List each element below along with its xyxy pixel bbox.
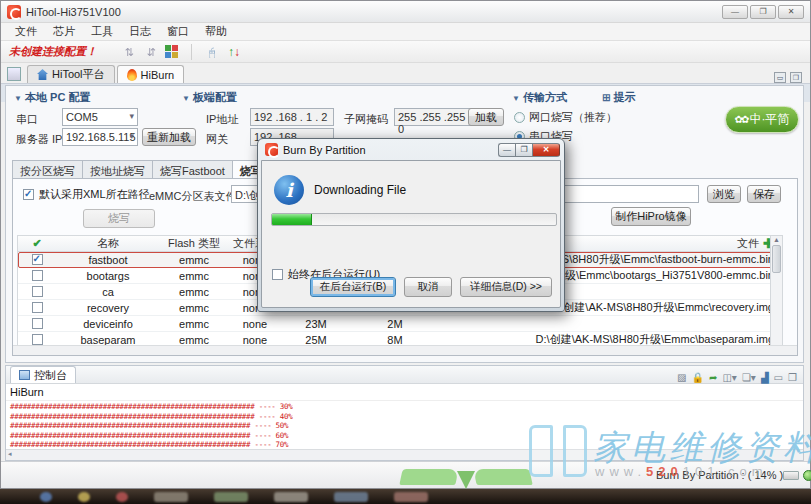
dialog-title-bar[interactable]: Burn By Partition — ❐ ✕ xyxy=(258,139,564,160)
minimize-button[interactable]: — xyxy=(722,5,748,19)
row-checkbox[interactable] xyxy=(32,302,43,313)
console-minimize-icon[interactable]: ▭ xyxy=(774,372,783,383)
row-checkbox[interactable] xyxy=(32,286,43,297)
cancel-button[interactable]: 取消 xyxy=(404,277,452,297)
server-ip-combo[interactable]: 192.168.5.115 xyxy=(62,128,138,146)
radio-icon[interactable] xyxy=(514,112,525,123)
xml-path-checkbox[interactable]: 默认采用XML所在路径 xyxy=(23,187,150,202)
menu-item[interactable]: 帮助 xyxy=(197,22,235,41)
clear-console-icon[interactable]: ▨ xyxy=(677,372,686,383)
taskbar-app-button[interactable] xyxy=(274,492,308,502)
serial-label: 串口 xyxy=(16,112,38,127)
console-icon xyxy=(19,370,30,380)
display-selected-icon[interactable]: ◫▾ xyxy=(722,372,736,383)
name-column-header[interactable]: 名称 xyxy=(56,236,160,251)
scrollbar-thumb[interactable] xyxy=(772,245,781,273)
green-watermark-badge: ✿✿ 中·平简 xyxy=(725,106,799,133)
perspective-bar: HiTool平台HiBurn ▭ ❐ xyxy=(1,63,810,83)
row-checkbox[interactable] xyxy=(32,270,43,281)
perspective-tab[interactable]: HiTool平台 xyxy=(27,65,115,83)
serial-combo[interactable]: COM5 xyxy=(62,108,138,126)
console-source: HiBurn xyxy=(6,384,803,401)
section-transfer[interactable]: ▼ 传输方式 xyxy=(512,90,567,105)
chart-icon[interactable]: ▟ xyxy=(761,372,769,383)
length: 8M xyxy=(350,334,440,346)
keyboard-icon[interactable] xyxy=(783,471,799,480)
menu-item[interactable]: 工具 xyxy=(83,22,121,41)
transfer-icon[interactable]: ↑↓ xyxy=(226,44,242,60)
app-window: HiTool-Hi3751V100 — ❐ ✕ 文件芯片工具日志窗口帮助 未创建… xyxy=(0,0,811,489)
dialog-minimize-button[interactable]: — xyxy=(498,143,515,157)
table-scrollbar[interactable]: ▲ xyxy=(770,235,783,348)
start-address: 23M xyxy=(282,318,350,330)
flash-type: emmc xyxy=(160,302,228,314)
menu-item[interactable]: 文件 xyxy=(7,22,45,41)
burn-by-partition-dialog: Burn By Partition — ❐ ✕ i Downloading Fi… xyxy=(257,138,565,312)
progress-fill xyxy=(272,214,312,225)
taskbar-app-button[interactable] xyxy=(334,492,368,502)
checkbox-icon[interactable] xyxy=(23,189,34,200)
make-hipro-button[interactable]: 制作HiPro镜像 xyxy=(611,207,691,226)
perspective-tab-label: HiTool平台 xyxy=(52,67,105,82)
dialog-close-button[interactable]: ✕ xyxy=(532,143,560,157)
menu-item[interactable]: 窗口 xyxy=(159,22,197,41)
taskbar-app-button[interactable] xyxy=(394,492,428,502)
partition-file-label: eMMC分区表文件 xyxy=(149,189,236,204)
taskbar-app-icon[interactable] xyxy=(78,492,90,502)
open-console-icon[interactable]: ❏▾ xyxy=(742,372,756,383)
flame-icon xyxy=(127,69,137,81)
tab-console[interactable]: 控制台 xyxy=(10,366,76,383)
section-board[interactable]: ▼ 板端配置 xyxy=(182,90,237,105)
disconnect-icon[interactable]: ⇵ xyxy=(143,44,159,60)
menu-item[interactable]: 日志 xyxy=(121,22,159,41)
connect-icon[interactable]: ⇅ xyxy=(121,44,137,60)
reload-button[interactable]: 重新加载 xyxy=(142,128,196,146)
save-button[interactable]: 保存 xyxy=(747,185,781,203)
console-hscrollbar[interactable]: ◂ xyxy=(6,449,803,460)
view-minimize-icon[interactable]: ▭ xyxy=(774,72,786,83)
partition-name: baseparam xyxy=(56,334,160,346)
lock-scroll-icon[interactable]: 🔒 xyxy=(692,372,704,383)
partition-grid-icon[interactable] xyxy=(165,45,179,59)
menu-item[interactable]: 芯片 xyxy=(45,22,83,41)
row-checkbox[interactable] xyxy=(32,254,43,265)
view-restore-icon[interactable]: ❐ xyxy=(790,72,802,83)
mask-label: 子网掩码 xyxy=(344,112,388,127)
pin-console-icon[interactable]: ➦ xyxy=(709,372,717,383)
desktop-taskbar[interactable] xyxy=(0,489,811,504)
taskbar-app-icon[interactable] xyxy=(40,492,52,502)
console-line: ########################################… xyxy=(10,402,799,412)
dialog-maximize-button[interactable]: ❐ xyxy=(515,143,532,157)
transfer-option-radio[interactable]: 网口烧写（推荐） xyxy=(514,110,617,125)
partition-name: fastboot xyxy=(56,254,160,266)
browse-button[interactable]: 浏览 xyxy=(707,185,741,203)
hitool-logo-icon xyxy=(7,5,21,19)
section-tips[interactable]: ⊞ 提示 xyxy=(602,90,635,105)
config-icon[interactable]: 🖰 xyxy=(204,44,220,60)
row-checkbox[interactable] xyxy=(32,334,43,345)
flash-column-header[interactable]: Flash 类型 xyxy=(160,236,228,251)
perspective-tab[interactable]: HiBurn xyxy=(117,65,185,83)
check-column-header[interactable]: ✔ xyxy=(18,237,56,250)
checkbox-icon[interactable] xyxy=(272,269,283,280)
section-local-pc[interactable]: ▼ 本地 PC 配置 xyxy=(14,90,90,105)
maximize-button[interactable]: ❐ xyxy=(750,5,776,19)
taskbar-app-icon[interactable] xyxy=(116,492,128,502)
panel-hscrollbar[interactable] xyxy=(13,345,797,355)
load-button[interactable]: 加载 xyxy=(468,108,504,126)
run-background-button[interactable]: 在后台运行(B) xyxy=(310,277,397,297)
partition-name: bootargs xyxy=(56,270,160,282)
ip-input[interactable]: 192 .168 . 1 . 2 xyxy=(250,108,334,126)
perspective-grid-icon[interactable] xyxy=(7,67,21,81)
flash-type: emmc xyxy=(160,286,228,298)
console-maximize-icon[interactable]: ❐ xyxy=(788,372,797,383)
taskbar-app-button[interactable] xyxy=(214,492,248,502)
details-button[interactable]: 详细信息(D) >> xyxy=(460,277,552,297)
close-button[interactable]: ✕ xyxy=(778,5,804,19)
status-bar: Burn By Partition : ( 14% ) xyxy=(1,461,810,488)
title-bar[interactable]: HiTool-Hi3751V100 — ❐ ✕ xyxy=(1,1,810,23)
taskbar-app-button[interactable] xyxy=(154,492,188,502)
burn-button[interactable]: 烧写 xyxy=(83,209,155,228)
table-row[interactable]: deviceinfoemmcnone23M2M xyxy=(18,316,780,332)
row-checkbox[interactable] xyxy=(32,318,43,329)
